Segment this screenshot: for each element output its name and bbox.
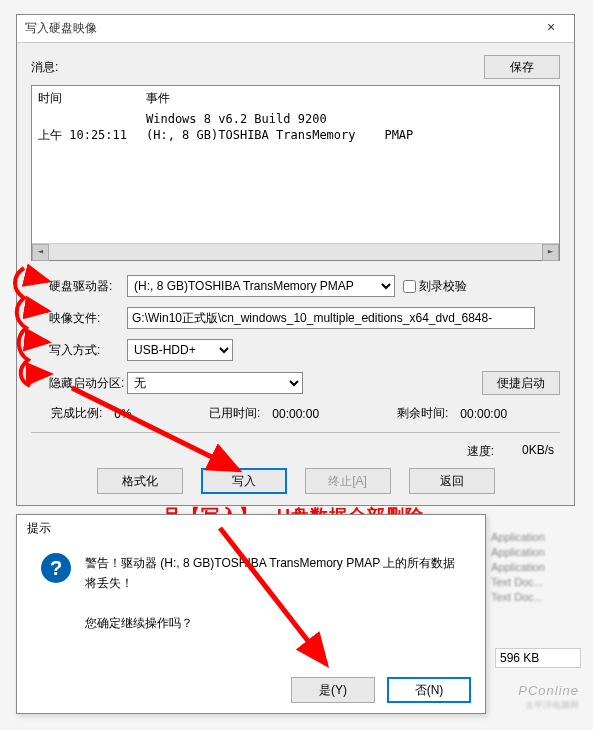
action-row: 格式化 写入 终止[A] 返回 <box>17 468 574 494</box>
save-button[interactable]: 保存 <box>484 55 560 79</box>
back-button[interactable]: 返回 <box>409 468 495 494</box>
elapsed-label: 已用时间: <box>209 405 260 422</box>
quick-boot-button[interactable]: 便捷启动 <box>482 371 560 395</box>
progress-value: 0% <box>114 407 131 421</box>
format-button[interactable]: 格式化 <box>97 468 183 494</box>
watermark: PConline <box>518 683 579 698</box>
confirm-dialog: 提示 ? 警告！驱动器 (H:, 8 GB)TOSHIBA TransMemor… <box>16 514 486 714</box>
question-icon: ? <box>41 553 71 583</box>
divider <box>31 432 560 433</box>
verify-checkbox-label[interactable]: 刻录校验 <box>403 278 467 295</box>
log-box: 时间 事件 Windows 8 v6.2 Build 9200 上午 10:25… <box>31 85 560 261</box>
remain-label: 剩余时间: <box>397 405 448 422</box>
background-size: 596 KB <box>495 648 581 668</box>
elapsed-value: 00:00:00 <box>272 407 319 421</box>
titlebar[interactable]: 写入硬盘映像 × <box>17 15 574 43</box>
image-file-label: 映像文件: <box>49 310 127 327</box>
write-mode-label: 写入方式: <box>49 342 127 359</box>
close-icon[interactable]: × <box>536 19 566 39</box>
speed-value: 0KB/s <box>522 443 554 460</box>
verify-checkbox[interactable] <box>403 280 416 293</box>
form-area: 硬盘驱动器: (H:, 8 GB)TOSHIBA TransMemory PMA… <box>49 275 560 395</box>
dialog-confirm-text: 您确定继续操作吗？ <box>17 605 485 632</box>
scroll-right-icon[interactable]: ► <box>542 244 559 261</box>
drive-label: 硬盘驱动器: <box>49 278 127 295</box>
stop-button: 终止[A] <box>305 468 391 494</box>
write-disk-image-window: 写入硬盘映像 × 消息: 保存 时间 事件 Windows 8 v6.2 Bui… <box>16 14 575 506</box>
write-mode-select[interactable]: USB-HDD+ <box>127 339 233 361</box>
background-filelist: Application Application Application Text… <box>491 530 581 605</box>
message-section: 消息: 保存 时间 事件 Windows 8 v6.2 Build 9200 上… <box>31 55 560 261</box>
scroll-left-icon[interactable]: ◄ <box>32 244 49 261</box>
horizontal-scrollbar[interactable]: ◄ ► <box>32 243 559 260</box>
yes-button[interactable]: 是(Y) <box>291 677 375 703</box>
dialog-title: 提示 <box>17 515 485 541</box>
no-button[interactable]: 否(N) <box>387 677 471 703</box>
log-column-time: 时间 <box>38 90 146 107</box>
log-line: Windows 8 v6.2 Build 9200 <box>38 111 553 127</box>
stats-row: 完成比例: 0% 已用时间: 00:00:00 剩余时间: 00:00:00 <box>31 405 560 422</box>
hide-boot-label: 隐藏启动分区: <box>49 375 127 392</box>
message-label: 消息: <box>31 59 484 76</box>
dialog-warning-text: 警告！驱动器 (H:, 8 GB)TOSHIBA TransMemory PMA… <box>85 553 461 593</box>
hide-boot-select[interactable]: 无 <box>127 372 303 394</box>
log-line: 上午 10:25:11 (H:, 8 GB)TOSHIBA TransMemor… <box>38 127 553 143</box>
log-body: Windows 8 v6.2 Build 9200 上午 10:25:11 (H… <box>32 111 559 235</box>
scroll-track[interactable] <box>49 244 542 260</box>
remain-value: 00:00:00 <box>460 407 507 421</box>
watermark-sub: 太平洋电脑网 <box>525 699 579 712</box>
speed-label: 速度: <box>467 443 494 460</box>
drive-select[interactable]: (H:, 8 GB)TOSHIBA TransMemory PMAP <box>127 275 395 297</box>
image-file-input[interactable] <box>127 307 535 329</box>
progress-label: 完成比例: <box>51 405 102 422</box>
log-column-event: 事件 <box>146 90 553 107</box>
write-button[interactable]: 写入 <box>201 468 287 494</box>
window-title: 写入硬盘映像 <box>25 20 536 37</box>
